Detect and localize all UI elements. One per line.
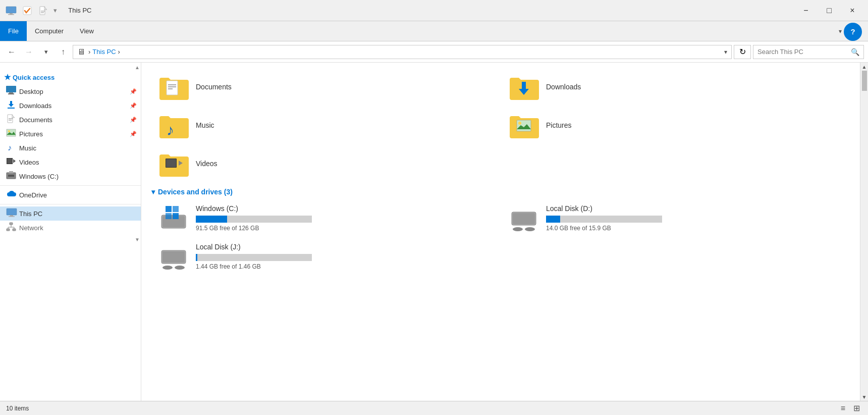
- close-button[interactable]: ×: [841, 3, 864, 18]
- search-input[interactable]: [757, 48, 849, 56]
- sidebar-item-pictures[interactable]: Pictures 📌: [0, 127, 141, 141]
- path-this-pc[interactable]: This PC: [92, 48, 116, 56]
- folder-videos[interactable]: Videos: [151, 145, 500, 182]
- up-button[interactable]: ↑: [56, 45, 71, 59]
- videos-label: Videos: [19, 159, 39, 166]
- svg-rect-27: [7, 229, 10, 231]
- document-icon: [36, 4, 50, 18]
- windows-c-label: Windows (C:): [19, 173, 59, 180]
- svg-rect-42: [166, 159, 176, 167]
- drive-j-free: 1.44 GB free of 1.46 GB: [196, 263, 494, 270]
- pictures-folder-label: Pictures: [546, 121, 572, 129]
- sidebar-item-onedrive[interactable]: OneDrive: [0, 188, 141, 202]
- folder-downloads[interactable]: Downloads: [502, 69, 850, 105]
- svg-rect-46: [173, 206, 179, 212]
- sidebar-item-downloads[interactable]: Downloads 📌: [0, 98, 141, 113]
- sidebar-item-documents[interactable]: Documents 📌: [0, 113, 141, 127]
- address-chevron[interactable]: ▾: [724, 48, 727, 56]
- path-separator-2: ›: [118, 48, 120, 56]
- svg-rect-47: [166, 213, 172, 219]
- devices-section-header[interactable]: ▾ Devices and drives (3): [151, 188, 850, 196]
- svg-text:♪: ♪: [8, 143, 12, 151]
- sidebar-item-this-pc[interactable]: This PC: [0, 206, 141, 221]
- drive-j-info: Local Disk (J:) 1.44 GB free of 1.46 GB: [196, 243, 494, 270]
- svg-rect-0: [6, 7, 16, 13]
- tab-file[interactable]: File: [0, 21, 27, 41]
- drive-d-name: Local Disk (D:): [546, 204, 844, 213]
- videos-folder-label: Videos: [196, 160, 218, 168]
- svg-rect-25: [9, 216, 15, 217]
- scrollbar-up-arrow[interactable]: ▲: [860, 63, 869, 71]
- drive-local-j[interactable]: Local Disk (J:) 1.44 GB free of 1.46 GB: [151, 238, 500, 275]
- content-inner: Documents Downloads: [141, 63, 860, 285]
- sidebar-item-windows-c[interactable]: Windows (C:): [0, 169, 141, 183]
- svg-rect-24: [10, 215, 13, 216]
- folder-documents[interactable]: Documents: [151, 69, 500, 105]
- address-path[interactable]: 🖥 › This PC › ▾: [73, 45, 732, 59]
- svg-rect-54: [162, 251, 185, 263]
- music-folder-icon: ♪: [157, 111, 190, 139]
- sidebar-item-videos[interactable]: Videos: [0, 155, 141, 169]
- quick-access-label: Quick access: [13, 74, 55, 81]
- scrollbar-thumb[interactable]: [862, 71, 867, 91]
- content-area-wrapper: Documents Downloads: [141, 63, 868, 401]
- maximize-button[interactable]: □: [818, 3, 841, 18]
- downloads-pin-icon: 📌: [130, 102, 137, 109]
- sidebar-item-desktop[interactable]: Desktop 📌: [0, 84, 141, 98]
- svg-rect-28: [13, 229, 16, 231]
- tab-view[interactable]: View: [72, 21, 102, 41]
- svg-point-52: [525, 227, 535, 231]
- refresh-button[interactable]: ↻: [734, 45, 751, 59]
- drive-d-bar-bg: [546, 216, 662, 223]
- empty-cell: [502, 145, 850, 182]
- sidebar-divider-1: [0, 185, 141, 186]
- svg-rect-50: [513, 213, 535, 224]
- sidebar-divider-2: [0, 204, 141, 204]
- drive-local-d[interactable]: Local Disk (D:) 14.0 GB free of 15.9 GB: [502, 200, 850, 236]
- folder-pictures[interactable]: Pictures: [502, 107, 850, 143]
- svg-rect-45: [166, 206, 172, 212]
- title-bar-title: This PC: [68, 7, 91, 14]
- drive-d-bar-fill: [546, 216, 560, 223]
- svg-point-51: [513, 227, 523, 231]
- pictures-folder-icon: [508, 111, 540, 139]
- sidebar: ▲ ★ Quick access Desktop 📌 Downloads 📌: [0, 63, 141, 401]
- scrollbar-down-arrow[interactable]: ▼: [860, 393, 869, 401]
- empty-drive-cell: [502, 238, 850, 275]
- main-layout: ▲ ★ Quick access Desktop 📌 Downloads 📌: [0, 63, 868, 401]
- sidebar-section-quick-access[interactable]: ★ Quick access: [0, 70, 141, 84]
- tab-computer[interactable]: Computer: [27, 21, 72, 41]
- sidebar-item-network[interactable]: Network: [0, 221, 141, 235]
- svg-rect-21: [8, 175, 14, 177]
- back-button[interactable]: ←: [4, 45, 19, 59]
- drive-windows-c[interactable]: Windows (C:) 91.5 GB free of 126 GB: [151, 200, 500, 236]
- minimize-button[interactable]: −: [794, 3, 818, 18]
- help-button[interactable]: ?: [844, 23, 862, 41]
- scrollbar-track: [860, 71, 869, 393]
- onedrive-label: OneDrive: [19, 191, 47, 199]
- details-view-toggle[interactable]: ≡: [839, 403, 847, 414]
- svg-rect-2: [8, 14, 14, 15]
- ribbon-chevron[interactable]: ▾: [839, 28, 842, 35]
- checkmark-icon: [20, 4, 34, 18]
- drive-j-bar-bg: [196, 254, 312, 261]
- recent-locations-button[interactable]: ▾: [38, 45, 53, 59]
- pictures-pin-icon: 📌: [130, 131, 137, 137]
- tiles-view-toggle[interactable]: ⊞: [851, 402, 862, 414]
- search-icon[interactable]: 🔍: [851, 48, 859, 56]
- devices-section-label: Devices and drives (3): [158, 188, 233, 196]
- status-bar-right: ≡ ⊞: [839, 402, 862, 414]
- onedrive-icon: [6, 190, 16, 199]
- title-bar-icons: ▾ |: [4, 4, 64, 18]
- drive-c-bar-bg: [196, 216, 312, 223]
- network-icon: [6, 222, 16, 233]
- drive-d-info: Local Disk (D:) 14.0 GB free of 15.9 GB: [546, 204, 844, 232]
- path-separator-1: ›: [88, 48, 90, 56]
- forward-button[interactable]: →: [21, 45, 36, 59]
- sidebar-scroll-down-indicator: ▼: [135, 237, 140, 242]
- folder-music[interactable]: ♪ Music: [151, 107, 500, 143]
- ribbon: File Computer View ▾ ?: [0, 21, 868, 41]
- sidebar-item-music[interactable]: ♪ Music: [0, 141, 141, 155]
- svg-rect-10: [8, 108, 15, 109]
- downloads-icon: [6, 100, 16, 111]
